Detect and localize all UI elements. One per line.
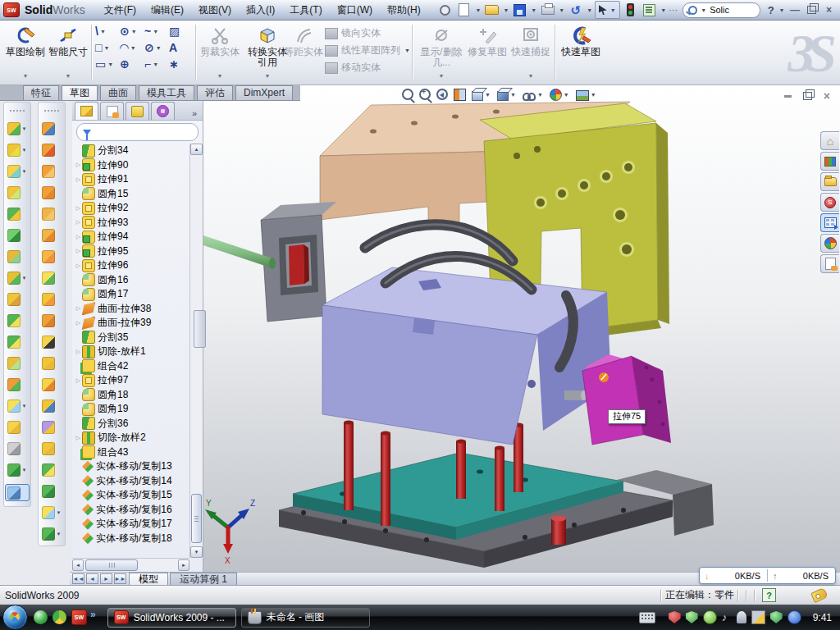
- feature-tree-item[interactable]: ▷ 圆角17: [75, 287, 189, 302]
- quick-tip-help-button[interactable]: ?: [762, 588, 776, 602]
- quicklaunch-solidworks-icon[interactable]: SW: [71, 609, 87, 625]
- entity-dropdown[interactable]: ▼: [153, 29, 158, 34]
- taskbar-clock[interactable]: 9:41: [813, 612, 832, 623]
- help-dropdown[interactable]: ▼: [779, 7, 785, 13]
- commandmanager-tab[interactable]: 特征: [23, 85, 59, 100]
- doc-close-button[interactable]: ×: [824, 90, 830, 102]
- sketch-entity-button[interactable]: ⊘▼: [144, 41, 167, 54]
- search-box[interactable]: ▼ Solic: [682, 2, 760, 18]
- prev-tab-button[interactable]: ◄: [86, 573, 98, 584]
- open-button[interactable]: [483, 2, 500, 17]
- entity-dropdown[interactable]: ▼: [131, 29, 137, 34]
- surface-tool-button[interactable]: ▼: [40, 420, 63, 434]
- quicklaunch-messenger-icon[interactable]: [34, 610, 48, 624]
- search-input[interactable]: Solic: [710, 5, 755, 15]
- tray-sync-blocked-icon[interactable]: [788, 610, 801, 624]
- feature-tree-item[interactable]: ▷ 实体-移动/复制15: [75, 488, 189, 503]
- graphics-area[interactable]: Y Z X ▼ ▼ ▼ ▼ ▼: [203, 84, 840, 572]
- menu-item[interactable]: 窗口(W): [330, 2, 380, 19]
- feature-tree-item[interactable]: ▷ 圆角16: [75, 273, 189, 288]
- close-button[interactable]: ×: [821, 3, 837, 16]
- commandmanager-tab[interactable]: 曲面: [100, 85, 136, 100]
- sketch-entity-button[interactable]: ~▼: [144, 25, 167, 38]
- feature-tree-item[interactable]: ▷ 圆角18: [75, 388, 189, 403]
- sketch-entity-button[interactable]: □▼: [95, 41, 118, 54]
- feature-tree-item[interactable]: ▷ 圆角19: [75, 402, 189, 417]
- tag-icon[interactable]: [810, 587, 829, 603]
- smart-dimension-dropdown[interactable]: ▼: [66, 71, 71, 81]
- quicklaunch-browser-icon[interactable]: [52, 610, 66, 624]
- new-dropdown[interactable]: ▼: [475, 7, 481, 13]
- surface-tool-button[interactable]: ▼: [40, 228, 63, 242]
- toolbar-overflow[interactable]: ⋯: [669, 5, 678, 16]
- traffic-light-icon[interactable]: [622, 2, 639, 17]
- commandmanager-tab[interactable]: 草图: [62, 85, 98, 100]
- tray-antivirus-icon[interactable]: [686, 611, 698, 623]
- feature-tree-item[interactable]: ▷ 拉伸91: [75, 172, 189, 187]
- feature-tree-item[interactable]: ▷ 切除-放样1: [75, 345, 189, 359]
- new-document-button[interactable]: [455, 2, 472, 17]
- feature-tree-item[interactable]: ▷ 实体-移动/复制13: [75, 459, 189, 474]
- previous-view-button[interactable]: [436, 89, 448, 100]
- surface-tool-button[interactable]: ▼: [40, 356, 63, 370]
- feature-tree-item[interactable]: ▷ 拉伸92: [75, 201, 189, 216]
- model-tab[interactable]: 模型: [129, 573, 168, 585]
- feature-tool-button[interactable]: ▼: [6, 335, 29, 349]
- tool-dropdown[interactable]: ▼: [22, 404, 27, 409]
- propertymanager-tab[interactable]: [100, 102, 124, 120]
- restore-button[interactable]: [804, 3, 819, 16]
- network-warning-icon[interactable]: [751, 610, 765, 624]
- quicklaunch-chevron[interactable]: »: [90, 609, 96, 620]
- surface-tool-button[interactable]: ▼: [40, 207, 63, 221]
- tool-dropdown[interactable]: ▼: [22, 169, 27, 174]
- start-button[interactable]: [2, 605, 28, 630]
- feature-tree-item[interactable]: ▷ 拉伸96: [75, 258, 189, 273]
- volume-icon[interactable]: ♪: [722, 611, 732, 623]
- view-orientation-button[interactable]: ▼: [472, 88, 491, 101]
- feature-tree-item[interactable]: ▷ 分割36: [75, 417, 189, 431]
- sketch-entity-button[interactable]: \▼: [95, 25, 118, 38]
- options-dropdown[interactable]: ▼: [660, 7, 666, 13]
- tray-connect-icon[interactable]: [737, 611, 746, 623]
- tree-horizontal-scrollbar[interactable]: ◄ ►: [72, 558, 189, 572]
- feature-tree-item[interactable]: ▷ 实体-移动/复制18: [75, 532, 189, 546]
- scroll-up-button[interactable]: ▲: [190, 144, 203, 155]
- entity-dropdown[interactable]: ▼: [130, 45, 136, 51]
- hide-show-items-button[interactable]: ▼: [523, 89, 544, 100]
- feature-tree-item[interactable]: ▷ 组合42: [75, 359, 189, 374]
- feature-tree-item[interactable]: ▷ 拉伸95: [75, 244, 189, 259]
- feature-tree-item[interactable]: ▷ 切除-放样2: [75, 431, 189, 445]
- rapid-sketch-button[interactable]: 快速草图: [559, 24, 602, 81]
- zoom-to-fit-button[interactable]: [402, 89, 413, 100]
- feature-tool-button[interactable]: ▼: [6, 121, 29, 135]
- apply-scene-button[interactable]: ▼: [576, 89, 597, 101]
- undo-button[interactable]: ↺: [567, 2, 584, 17]
- feature-tree-item[interactable]: ▷ 实体-移动/复制17: [75, 517, 189, 532]
- save-button[interactable]: [511, 2, 528, 17]
- menu-item[interactable]: 帮助(H): [380, 2, 428, 19]
- feature-tool-button[interactable]: ▼: [5, 484, 30, 501]
- entity-dropdown[interactable]: ▼: [107, 62, 113, 67]
- expand-arrow[interactable]: ▷: [75, 219, 82, 226]
- surface-tool-button[interactable]: ▼: [40, 463, 63, 477]
- expand-arrow[interactable]: ▷: [75, 205, 82, 212]
- appearances-scenes-tab[interactable]: [820, 234, 839, 253]
- feature-tool-button[interactable]: ▼: [6, 143, 29, 157]
- expand-arrow[interactable]: ▷: [75, 349, 82, 355]
- feature-tool-button[interactable]: ▼: [6, 249, 29, 263]
- smart-dimension-button[interactable]: 智能尺寸 ▼: [48, 24, 89, 81]
- tool-dropdown[interactable]: ▼: [22, 468, 27, 472]
- zoom-to-area-button[interactable]: [419, 89, 431, 100]
- print-button[interactable]: [539, 2, 556, 17]
- feature-tool-button[interactable]: ▼: [6, 399, 29, 413]
- feature-tree-item[interactable]: ▷ 曲面-拉伸38: [75, 302, 189, 317]
- feature-tree-item[interactable]: ▷ 拉伸97: [75, 373, 189, 388]
- surface-tool-button[interactable]: ▼: [40, 484, 63, 498]
- scroll-right-button[interactable]: ►: [178, 559, 189, 571]
- input-method-icon[interactable]: [639, 612, 655, 623]
- help-button[interactable]: ?: [765, 4, 777, 16]
- feature-tree-item[interactable]: ▷ 分割35: [75, 331, 189, 345]
- surface-tool-button[interactable]: ▼: [40, 292, 63, 306]
- surface-tool-button[interactable]: ▼: [40, 249, 63, 263]
- expand-arrow[interactable]: ▷: [75, 435, 82, 441]
